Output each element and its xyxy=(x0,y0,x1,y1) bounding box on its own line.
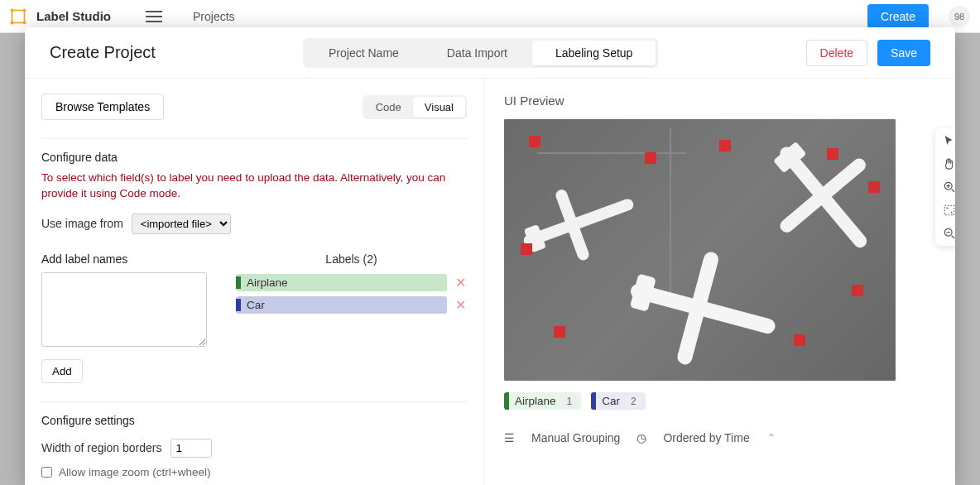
save-button[interactable]: Save xyxy=(877,40,930,66)
preview-footer: ☰ Manual Grouping ◷ Ordered by Time ⌃ xyxy=(504,431,935,444)
width-region-label: Width of region borders xyxy=(41,441,162,454)
svg-point-23 xyxy=(951,212,953,214)
svg-rect-21 xyxy=(944,205,954,214)
fit-screen-icon[interactable] xyxy=(942,203,955,218)
chevron-up-icon[interactable]: ⌃ xyxy=(766,431,776,444)
browse-templates-button[interactable]: Browse Templates xyxy=(41,94,164,120)
preview-label-car[interactable]: Car 2 xyxy=(591,392,645,410)
pointer-icon[interactable] xyxy=(942,133,955,148)
delete-button[interactable]: Delete xyxy=(806,40,867,66)
preview-label-text: Airplane xyxy=(515,392,560,410)
zoom-in-icon[interactable] xyxy=(942,180,955,194)
ordered-label[interactable]: Ordered by Time xyxy=(663,431,749,444)
preview-toolbar xyxy=(935,128,955,246)
modal-title: Create Project xyxy=(50,43,156,62)
tab-project-name[interactable]: Project Name xyxy=(305,41,422,65)
configure-settings-heading: Configure settings xyxy=(41,414,467,427)
wizard-tabs: Project Name Data Import Labeling Setup xyxy=(303,38,658,68)
tab-labeling-setup[interactable]: Labeling Setup xyxy=(532,41,656,65)
svg-point-4 xyxy=(23,21,26,24)
delete-label-icon[interactable]: ✕ xyxy=(454,297,467,313)
label-row-car: Car ✕ xyxy=(236,296,467,314)
preview-label-airplane[interactable]: Airplane 1 xyxy=(504,392,581,410)
label-chip-airplane[interactable]: Airplane xyxy=(236,274,447,291)
preview-label-hotkey: 1 xyxy=(563,396,577,407)
add-label-names-heading: Add label names xyxy=(41,252,207,266)
zoom-out-icon[interactable] xyxy=(942,226,955,241)
preview-panel: UI Preview xyxy=(484,79,955,485)
region-border-width-input[interactable] xyxy=(171,439,212,458)
allow-zoom-label: Allow image zoom (ctrl+wheel) xyxy=(59,466,210,478)
hand-icon[interactable] xyxy=(942,156,955,171)
svg-rect-7 xyxy=(146,21,162,22)
svg-point-1 xyxy=(11,8,14,12)
create-project-modal: Create Project Project Name Data Import … xyxy=(25,27,955,485)
preview-image[interactable] xyxy=(504,119,896,381)
svg-point-22 xyxy=(947,208,949,209)
allow-zoom-checkbox[interactable] xyxy=(41,467,52,478)
preview-label-buttons: Airplane 1 Car 2 xyxy=(504,392,935,410)
tab-data-import[interactable]: Data Import xyxy=(424,41,531,65)
label-row-airplane: Airplane ✕ xyxy=(236,274,467,291)
label-chip-text: Car xyxy=(247,299,265,311)
configure-data-warning: To select which field(s) to label you ne… xyxy=(41,170,467,202)
editor-mode-tabs: Code Visual xyxy=(363,95,467,119)
list-icon: ☰ xyxy=(504,431,515,444)
svg-rect-0 xyxy=(12,10,25,22)
modal-header: Create Project Project Name Data Import … xyxy=(25,27,955,79)
preview-label-text: Car xyxy=(602,392,623,410)
svg-rect-6 xyxy=(146,16,162,17)
breadcrumb[interactable]: Projects xyxy=(193,10,235,23)
use-image-from-label: Use image from xyxy=(41,217,123,230)
svg-line-18 xyxy=(952,190,955,193)
svg-point-2 xyxy=(23,8,26,12)
app-logo-icon xyxy=(10,8,26,25)
svg-rect-13 xyxy=(630,273,656,311)
labels-heading: Labels (2) xyxy=(236,252,467,266)
add-label-button[interactable]: Add xyxy=(41,359,83,383)
create-button[interactable]: Create xyxy=(867,4,929,29)
mode-visual[interactable]: Visual xyxy=(413,97,465,118)
hamburger-icon[interactable] xyxy=(146,11,162,22)
svg-line-25 xyxy=(952,236,955,239)
configure-data-heading: Configure data xyxy=(41,151,467,164)
svg-point-3 xyxy=(11,21,14,24)
grouping-label[interactable]: Manual Grouping xyxy=(531,431,620,444)
image-source-select[interactable]: <imported file> xyxy=(132,214,231,234)
label-chip-text: Airplane xyxy=(247,276,288,289)
preview-label-hotkey: 2 xyxy=(627,396,641,407)
label-chip-car[interactable]: Car xyxy=(236,296,447,314)
ui-preview-heading: UI Preview xyxy=(504,94,935,108)
svg-rect-5 xyxy=(146,11,162,12)
mode-code[interactable]: Code xyxy=(364,97,413,118)
config-panel: Browse Templates Code Visual Configure d… xyxy=(25,79,484,485)
clock-icon: ◷ xyxy=(637,431,646,444)
notification-badge[interactable]: 98 xyxy=(949,6,970,27)
label-names-input[interactable] xyxy=(41,272,207,347)
app-name: Label Studio xyxy=(36,9,111,23)
delete-label-icon[interactable]: ✕ xyxy=(454,275,467,291)
